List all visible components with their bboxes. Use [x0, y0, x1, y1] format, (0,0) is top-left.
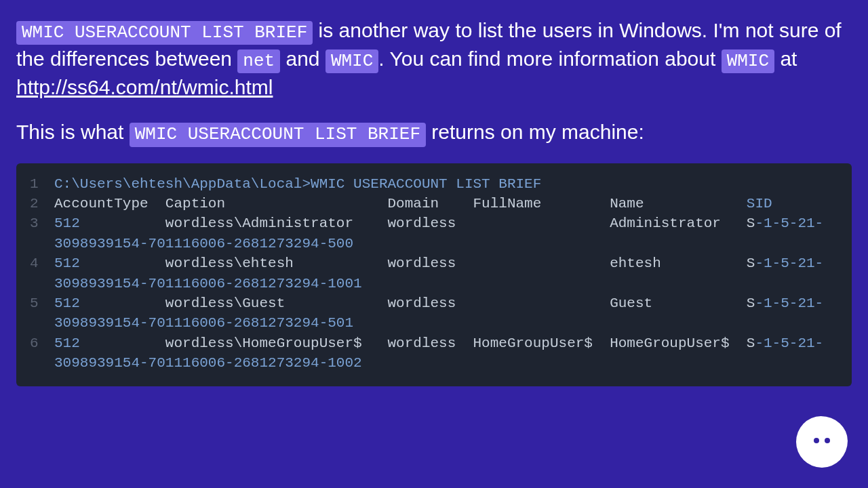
line-number: 6 [30, 333, 54, 353]
text: at [774, 47, 797, 70]
code-line: 5512 wordless\Guest wordless Guest S-1-5… [30, 293, 838, 333]
code-chip-wmic-brief: WMIC USERACCOUNT LIST BRIEF [16, 21, 313, 45]
code-content: 512 wordless\Guest wordless Guest S-1-5-… [54, 293, 838, 333]
code-content: AccountType Caption Domain FullName Name… [54, 194, 838, 214]
code-chip-wmic: WMIC [326, 49, 378, 73]
code-content: 512 wordless\HomeGroupUser$ wordless Hom… [54, 333, 838, 373]
code-chip-net: net [237, 49, 280, 73]
line-number: 5 [30, 293, 54, 313]
link-ss64-wmic[interactable]: http://ss64.com/nt/wmic.html [16, 76, 273, 98]
code-line: 4512 wordless\ehtesh wordless ehtesh S-1… [30, 253, 838, 293]
line-number: 4 [30, 253, 54, 273]
line-number: 3 [30, 214, 54, 233]
paragraph-2: This is what WMIC USERACCOUNT LIST BRIEF… [16, 118, 852, 146]
avatar-eye-icon [814, 438, 819, 443]
line-number: 1 [30, 174, 54, 194]
text: This is what [16, 121, 130, 143]
avatar[interactable] [796, 416, 848, 468]
code-chip-wmic-2: WMIC [722, 49, 774, 73]
code-content: 512 wordless\ehtesh wordless ehtesh S-1-… [54, 253, 838, 293]
text: . You can find more information about [378, 47, 721, 70]
code-chip-wmic-brief-2: WMIC USERACCOUNT LIST BRIEF [130, 123, 426, 146]
code-content: 512 wordless\Administrator wordless Admi… [54, 214, 838, 253]
code-line: 2AccountType Caption Domain FullName Nam… [30, 194, 838, 214]
avatar-eye-icon [825, 438, 830, 443]
line-number: 2 [30, 194, 54, 214]
code-line: 6512 wordless\HomeGroupUser$ wordless Ho… [30, 333, 838, 373]
code-block-terminal: 1C:\Users\ehtesh\AppData\Local>WMIC USER… [16, 163, 852, 387]
text: and [280, 47, 326, 70]
code-content: C:\Users\ehtesh\AppData\Local>WMIC USERA… [54, 174, 838, 194]
paragraph-1: WMIC USERACCOUNT LIST BRIEF is another w… [16, 16, 852, 102]
text: returns on my machine: [426, 121, 644, 143]
code-line: 3512 wordless\Administrator wordless Adm… [30, 214, 838, 253]
code-line: 1C:\Users\ehtesh\AppData\Local>WMIC USER… [30, 174, 838, 194]
